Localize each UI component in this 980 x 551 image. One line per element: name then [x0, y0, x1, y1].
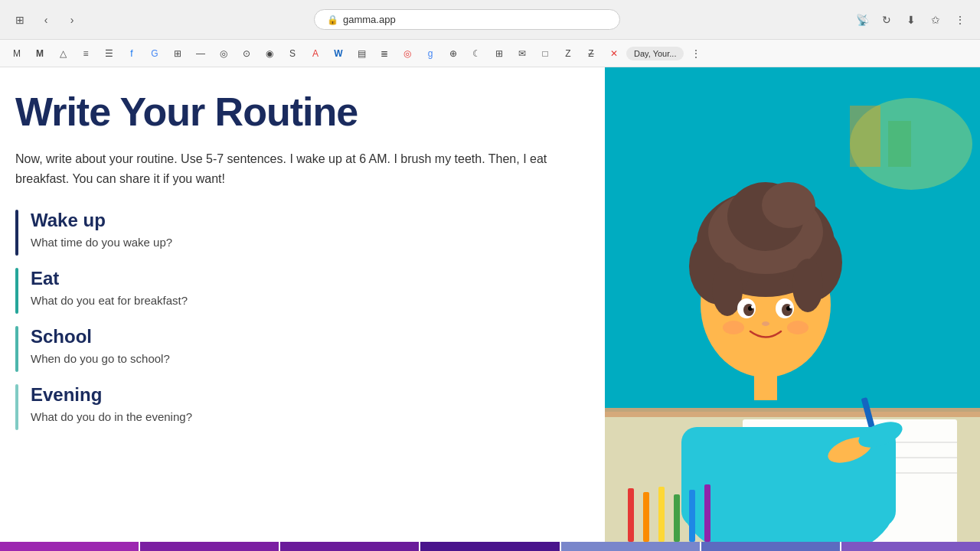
toolbar-circle-2[interactable]: ⊙	[236, 43, 257, 64]
toolbar-dash[interactable]: —	[190, 43, 211, 64]
forward-button[interactable]: ›	[61, 9, 83, 31]
svg-point-24	[792, 259, 823, 312]
bookmark-button[interactable]: ✩	[925, 9, 946, 31]
svg-rect-41	[689, 490, 695, 542]
toolbar-grid-2[interactable]: ⊞	[488, 43, 510, 64]
routine-border-evening	[15, 384, 18, 430]
toolbar-z2[interactable]: Z	[580, 43, 602, 64]
left-panel: Write Your Routine Now, write about your…	[0, 67, 605, 542]
svg-rect-5	[605, 408, 980, 417]
toolbar-lines[interactable]: ▤	[351, 43, 372, 64]
browser-actions: 📡 ↻ ⬇ ✩ ⋮	[851, 9, 971, 31]
toolbar-list[interactable]: ≡	[75, 43, 96, 64]
page-description: Now, write about your routine. Use 5-7 s…	[15, 149, 551, 188]
browser-controls: ⊞ ‹ ›	[9, 9, 83, 31]
tab-pill[interactable]: Day, Your...	[626, 47, 684, 60]
toolbar-triangle[interactable]: △	[52, 43, 74, 64]
routine-border-eat	[15, 268, 18, 314]
cast-button[interactable]: 📡	[851, 9, 873, 31]
bottom-seg-3	[280, 542, 419, 551]
svg-point-34	[723, 321, 744, 334]
child-image	[605, 67, 980, 542]
bottom-seg-5	[561, 542, 700, 551]
url-display: gamma.app	[343, 14, 396, 25]
address-bar-area: 🔒 gamma.app	[89, 9, 845, 30]
svg-point-31	[751, 305, 754, 308]
toolbar-close[interactable]: ✕	[603, 43, 625, 64]
toolbar-plus[interactable]: ⊕	[443, 43, 464, 64]
svg-rect-39	[658, 487, 665, 542]
refresh-button[interactable]: ↻	[876, 9, 897, 31]
toolbar-fb[interactable]: f	[121, 43, 142, 64]
download-button[interactable]: ⬇	[900, 9, 922, 31]
routine-content-eat: Eat What do you eat for breakfast?	[31, 268, 574, 310]
toolbar-mail-3[interactable]: ✉	[511, 43, 533, 64]
toolbar-list-2[interactable]: ☰	[98, 43, 119, 64]
toolbar-box[interactable]: □	[534, 43, 556, 64]
toolbar-target[interactable]: ◎	[397, 43, 418, 64]
bottom-seg-2	[140, 542, 279, 551]
toolbar-moon[interactable]: ☾	[466, 43, 487, 64]
tab-grid-button[interactable]: ⊞	[9, 9, 31, 31]
routine-heading-evening: Evening	[31, 384, 574, 406]
routine-border-school	[15, 326, 18, 372]
svg-point-33	[762, 321, 769, 326]
bottom-seg-1	[0, 542, 139, 551]
toolbar-a[interactable]: A	[305, 43, 326, 64]
toolbar-g[interactable]: G	[144, 43, 165, 64]
page-title: Write Your Routine	[15, 90, 574, 134]
routine-list: Wake up What time do you wake up? Eat Wh…	[15, 210, 574, 442]
svg-point-32	[789, 305, 792, 308]
toolbar-grid[interactable]: ⊞	[167, 43, 188, 64]
toolbar-s[interactable]: S	[282, 43, 303, 64]
svg-rect-40	[674, 494, 680, 542]
bottom-seg-6	[701, 542, 840, 551]
toolbar-lines-2[interactable]: ≣	[374, 43, 395, 64]
lock-icon: 🔒	[327, 15, 338, 25]
svg-rect-36	[754, 370, 777, 400]
svg-rect-38	[643, 492, 649, 542]
svg-rect-37	[628, 488, 634, 542]
right-panel	[605, 67, 980, 542]
svg-point-22	[762, 182, 815, 228]
browser-chrome: ⊞ ‹ › 🔒 gamma.app 📡 ↻ ⬇ ✩ ⋮	[0, 0, 980, 40]
routine-heading-school: School	[31, 326, 574, 347]
toolbar-mail-2[interactable]: M	[29, 43, 51, 64]
extension-toolbar: M M △ ≡ ☰ f G ⊞ — ◎ ⊙ ◉ S A W ▤ ≣ ◎ g ⊕ …	[0, 40, 980, 67]
routine-content-evening: Evening What do you do in the evening?	[31, 384, 574, 426]
toolbar-circle-3[interactable]: ◉	[259, 43, 280, 64]
routine-question-wake-up: What time do you wake up?	[31, 234, 574, 252]
svg-rect-3	[888, 121, 911, 167]
more-button[interactable]: ⋮	[949, 9, 971, 31]
routine-heading-wake-up: Wake up	[31, 210, 574, 231]
routine-heading-eat: Eat	[31, 268, 574, 289]
address-bar[interactable]: 🔒 gamma.app	[314, 9, 620, 30]
routine-question-eat: What do you eat for breakfast?	[31, 292, 574, 310]
toolbar-circle[interactable]: ◎	[213, 43, 234, 64]
back-button[interactable]: ‹	[35, 9, 57, 31]
routine-item-school: School When do you go to school?	[15, 326, 574, 372]
routine-border-wake-up	[15, 210, 18, 256]
routine-question-evening: What do you do in the evening?	[31, 409, 574, 426]
bottom-bar	[0, 542, 980, 551]
toolbar-w[interactable]: W	[328, 43, 349, 64]
routine-content-wake-up: Wake up What time do you wake up?	[31, 210, 574, 252]
svg-rect-2	[850, 106, 880, 167]
toolbar-more[interactable]: ⋮	[685, 43, 707, 64]
toolbar-mail[interactable]: M	[6, 43, 28, 64]
routine-item-evening: Evening What do you do in the evening?	[15, 384, 574, 430]
svg-point-35	[787, 321, 808, 334]
svg-rect-42	[704, 484, 710, 542]
bottom-seg-4	[420, 542, 559, 551]
routine-question-school: When do you go to school?	[31, 350, 574, 368]
toolbar-z[interactable]: Z	[557, 43, 579, 64]
routine-content-school: School When do you go to school?	[31, 326, 574, 368]
main-content: Write Your Routine Now, write about your…	[0, 67, 980, 542]
bottom-seg-7	[841, 542, 980, 551]
routine-item-wake-up: Wake up What time do you wake up?	[15, 210, 574, 256]
toolbar-g2[interactable]: g	[420, 43, 441, 64]
routine-item-eat: Eat What do you eat for breakfast?	[15, 268, 574, 314]
